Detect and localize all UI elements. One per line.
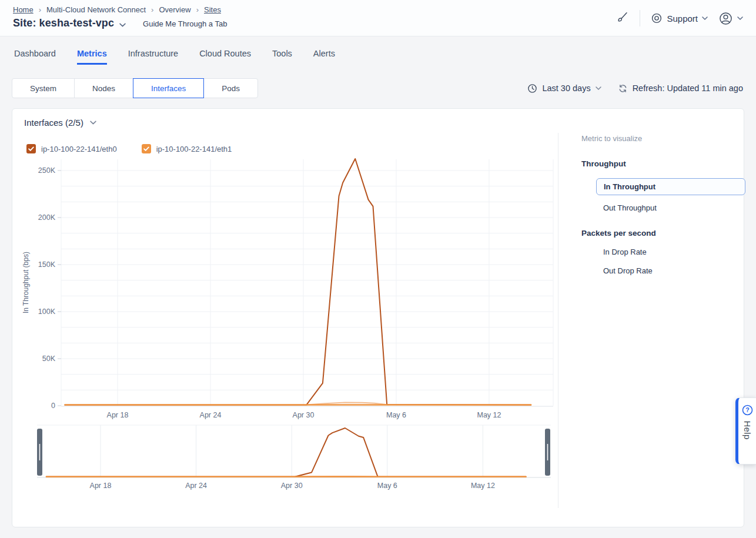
- svg-text:May 12: May 12: [471, 482, 495, 490]
- breadcrumb-separator: ›: [151, 5, 153, 14]
- chevron-down-icon: [702, 16, 708, 20]
- svg-text:Apr 24: Apr 24: [185, 482, 207, 490]
- panel-divider: [558, 133, 558, 508]
- time-range-label: Last 30 days: [542, 83, 590, 93]
- metric-visualize-panel: Metric to visualize Throughput In Throug…: [570, 133, 745, 275]
- theme-brush-icon[interactable]: [616, 11, 629, 26]
- breadcrumb: Home › Multi-Cloud Network Connect › Ove…: [13, 5, 221, 14]
- tab-dashboard[interactable]: Dashboard: [14, 49, 56, 65]
- tab-metrics[interactable]: Metrics: [77, 49, 107, 65]
- refresh-control[interactable]: Refresh: Updated 11 min ago: [618, 83, 743, 93]
- legend-label: ip-10-100-22-141/eth1: [156, 145, 232, 153]
- page-title: Site: kesha-test-vpc: [13, 17, 114, 29]
- app-root: Home › Multi-Cloud Network Connect › Ove…: [0, 0, 756, 538]
- svg-text:0: 0: [51, 402, 55, 410]
- support-menu[interactable]: Support: [651, 12, 708, 24]
- help-button[interactable]: ? Help: [735, 397, 756, 465]
- svg-text:?: ?: [745, 406, 749, 413]
- clock-icon: [527, 83, 537, 93]
- metric-option-out-throughput[interactable]: Out Throughput: [603, 203, 733, 212]
- legend-item-eth0[interactable]: ip-10-100-22-141/eth0: [26, 144, 117, 153]
- subtab-system[interactable]: System: [12, 78, 75, 98]
- breadcrumb-home[interactable]: Home: [13, 5, 34, 14]
- tab-infrastructure[interactable]: Infrastructure: [128, 49, 178, 65]
- header-actions: Support: [616, 8, 743, 28]
- subtab-interfaces[interactable]: Interfaces: [133, 78, 204, 98]
- checkbox-checked-icon[interactable]: [26, 144, 36, 153]
- subtab-pods[interactable]: Pods: [203, 78, 258, 98]
- metric-option-out-drop-rate[interactable]: Out Drop Rate: [603, 266, 733, 275]
- breadcrumb-sites[interactable]: Sites: [204, 5, 221, 14]
- site-title-row: Site: kesha-test-vpc Guide Me Through a …: [13, 17, 227, 29]
- lifebuoy-icon: [651, 12, 663, 24]
- svg-text:Apr 24: Apr 24: [200, 411, 222, 419]
- svg-text:Apr 30: Apr 30: [293, 411, 315, 419]
- svg-text:May 6: May 6: [386, 411, 406, 419]
- chart-toolbar: Last 30 days Refresh: Updated 11 min ago: [527, 78, 743, 98]
- checkbox-checked-icon[interactable]: [142, 144, 151, 153]
- metric-group-pps: Packets per second: [581, 229, 733, 238]
- support-label: Support: [667, 14, 698, 24]
- tab-alerts[interactable]: Alerts: [313, 49, 335, 65]
- chevron-down-icon: [596, 86, 601, 90]
- svg-text:250K: 250K: [38, 166, 56, 175]
- panel-title: Interfaces (2/5): [24, 118, 83, 128]
- svg-text:May 6: May 6: [377, 482, 397, 490]
- chevron-down-icon: [737, 16, 743, 20]
- main-tabs: Dashboard Metrics Infrastructure Cloud R…: [14, 49, 335, 65]
- svg-text:In Throughput (bps): In Throughput (bps): [22, 252, 30, 313]
- metric-option-in-throughput[interactable]: In Throughput: [596, 178, 745, 195]
- header-divider: [640, 10, 640, 26]
- time-range-selector[interactable]: Last 30 days: [527, 83, 601, 93]
- help-label: Help: [742, 420, 752, 439]
- tab-tools[interactable]: Tools: [272, 49, 292, 65]
- svg-text:200K: 200K: [38, 213, 56, 222]
- svg-text:100K: 100K: [38, 308, 56, 316]
- svg-text:Apr 18: Apr 18: [107, 411, 129, 419]
- breadcrumb-overview[interactable]: Overview: [159, 5, 190, 14]
- metric-panel-title: Metric to visualize: [581, 134, 733, 143]
- svg-text:Apr 30: Apr 30: [281, 482, 303, 490]
- metric-group-throughput: Throughput: [581, 159, 733, 168]
- svg-text:150K: 150K: [38, 260, 56, 269]
- breadcrumb-mcnc[interactable]: Multi-Cloud Network Connect: [46, 5, 146, 14]
- interfaces-metrics-card: Interfaces (2/5) ip-10-100-22-141/eth0 i…: [12, 108, 744, 527]
- user-menu[interactable]: [718, 11, 743, 26]
- metric-option-in-drop-rate[interactable]: In Drop Rate: [603, 248, 733, 256]
- refresh-label: Refresh: Updated 11 min ago: [633, 83, 743, 93]
- page-header: Home › Multi-Cloud Network Connect › Ove…: [0, 0, 756, 36]
- subtab-nodes[interactable]: Nodes: [74, 78, 133, 98]
- avatar-icon: [718, 11, 733, 26]
- refresh-icon: [618, 83, 628, 93]
- svg-text:May 12: May 12: [477, 411, 501, 419]
- tab-cloud-routes[interactable]: Cloud Routes: [199, 49, 251, 65]
- question-icon: ?: [742, 405, 753, 416]
- chart-legend: ip-10-100-22-141/eth0 ip-10-100-22-141/e…: [26, 144, 232, 153]
- breadcrumb-separator: ›: [196, 5, 199, 14]
- chevron-down-icon[interactable]: [119, 19, 126, 29]
- legend-label: ip-10-100-22-141/eth0: [41, 145, 117, 153]
- guide-me-link[interactable]: Guide Me Through a Tab: [143, 19, 227, 28]
- legend-item-eth1[interactable]: ip-10-100-22-141/eth1: [142, 144, 232, 153]
- breadcrumb-separator: ›: [39, 5, 41, 14]
- throughput-line-chart[interactable]: 050K100K150K200K250KIn Throughput (bps)A…: [12, 109, 558, 528]
- chevron-down-icon[interactable]: [90, 121, 96, 125]
- svg-text:50K: 50K: [42, 355, 56, 363]
- metric-category-tabs: System Nodes Interfaces Pods: [12, 78, 258, 98]
- svg-text:Apr 18: Apr 18: [90, 482, 112, 490]
